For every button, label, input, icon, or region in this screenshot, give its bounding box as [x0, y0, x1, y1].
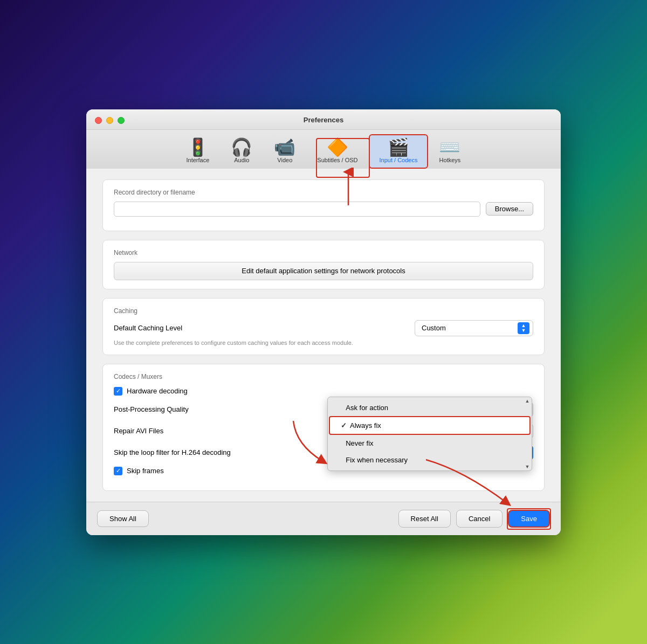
network-settings-button[interactable]: Edit default application settings for ne…	[114, 262, 533, 280]
caching-value: Custom	[422, 324, 446, 332]
network-label: Network	[114, 249, 533, 257]
dropdown-item-fix-when[interactable]: Fix when necessary	[328, 452, 532, 468]
dropdown-always-fix-label: Always fix	[350, 421, 381, 430]
tab-interface[interactable]: 🚦 Interface	[176, 134, 221, 169]
subtitles-label: Subtitles / OSD	[317, 157, 357, 163]
dropdown-item-never-fix[interactable]: Never fix	[328, 435, 532, 452]
hotkeys-icon: ⌨️	[439, 139, 460, 156]
cancel-button[interactable]: Cancel	[456, 510, 503, 528]
show-all-button[interactable]: Show All	[97, 510, 149, 527]
post-processing-label: Post-Processing Quality	[114, 405, 189, 413]
save-button[interactable]: Save	[508, 510, 550, 528]
repair-avi-label: Repair AVI Files	[114, 427, 163, 435]
network-section: Network Edit default application setting…	[102, 240, 545, 289]
dropdown-scroll-up[interactable]: ▲	[525, 398, 530, 404]
dropdown-item-always-fix[interactable]: ✓ Always fix	[329, 416, 531, 435]
record-section: Record directory or filename Browse...	[102, 179, 545, 231]
audio-icon: 🎧	[231, 139, 252, 156]
dropdown-fix-when-label: Fix when necessary	[346, 456, 408, 464]
caching-row: Default Caching Level Custom ▲ ▼	[114, 320, 533, 336]
skip-frames-label: Skip frames	[127, 467, 164, 475]
arrow-up-annotation	[332, 168, 364, 205]
tab-input-codecs[interactable]: 🎬 Input / Codecs	[369, 134, 429, 169]
window-title: Preferences	[95, 116, 552, 129]
main-content: Record directory or filename Browse... N…	[86, 169, 561, 502]
hardware-decoding-checkbox[interactable]: ✓	[114, 387, 122, 396]
close-button[interactable]	[95, 117, 102, 124]
input-codecs-label: Input / Codecs	[380, 157, 418, 163]
dropdown-never-fix-label: Never fix	[346, 439, 373, 447]
audio-label: Audio	[234, 157, 249, 163]
preferences-window: Preferences 🚦 Interface 🎧 Audio 📹 Video …	[86, 109, 561, 535]
bottom-bar: Show All Reset All Cancel Save	[86, 502, 561, 535]
caching-hint: Use the complete preferences to configur…	[114, 340, 533, 346]
maximize-button[interactable]	[118, 117, 125, 124]
skip-frames-checkbox[interactable]: ✓	[114, 467, 122, 475]
hardware-decoding-row: ✓ Hardware decoding	[114, 387, 533, 396]
window-controls	[95, 117, 125, 124]
record-input[interactable]	[114, 202, 480, 217]
dropdown-item-ask[interactable]: Ask for action	[328, 399, 532, 416]
caching-label: Caching	[114, 307, 533, 315]
record-label: Record directory or filename	[114, 189, 533, 196]
hardware-decoding-label: Hardware decoding	[127, 387, 188, 395]
input-codecs-icon: 🎬	[388, 139, 409, 156]
tab-video[interactable]: 📹 Video	[263, 134, 306, 169]
interface-label: Interface	[187, 157, 210, 163]
titlebar: Preferences	[86, 109, 561, 130]
select-arrows-icon: ▲ ▼	[518, 322, 529, 334]
toolbar: 🚦 Interface 🎧 Audio 📹 Video 🔶 Subtitles …	[86, 130, 561, 169]
skip-loop-label: Skip the loop filter for H.264 decoding	[114, 448, 231, 456]
caching-section: Caching Default Caching Level Custom ▲ ▼…	[102, 298, 545, 355]
reset-all-button[interactable]: Reset All	[398, 510, 451, 528]
codecs-title: Codecs / Muxers	[114, 373, 533, 380]
video-icon: 📹	[274, 139, 295, 156]
dropdown-ask-label: Ask for action	[346, 404, 388, 412]
subtitles-icon: 🔶	[327, 139, 348, 156]
codecs-section: Codecs / Muxers ✓ Hardware decoding Post…	[102, 364, 545, 491]
tab-audio[interactable]: 🎧 Audio	[220, 134, 263, 169]
repair-avi-dropdown[interactable]: ▲ ▼ Ask for action ✓ Always fix Never fi…	[327, 397, 532, 471]
checkmark-icon: ✓	[341, 421, 347, 430]
record-field-row: Browse...	[114, 202, 533, 217]
video-label: Video	[277, 157, 292, 163]
tab-hotkeys[interactable]: ⌨️ Hotkeys	[428, 134, 471, 169]
hotkeys-label: Hotkeys	[439, 157, 461, 163]
interface-icon: 🚦	[187, 139, 209, 156]
browse-button[interactable]: Browse...	[486, 202, 533, 216]
right-buttons: Reset All Cancel Save	[398, 510, 550, 528]
default-caching-label: Default Caching Level	[114, 324, 182, 332]
dropdown-scroll-down[interactable]: ▼	[525, 464, 530, 469]
minimize-button[interactable]	[106, 117, 113, 124]
tab-subtitles[interactable]: 🔶 Subtitles / OSD	[306, 134, 368, 169]
caching-select[interactable]: Custom ▲ ▼	[415, 320, 533, 336]
